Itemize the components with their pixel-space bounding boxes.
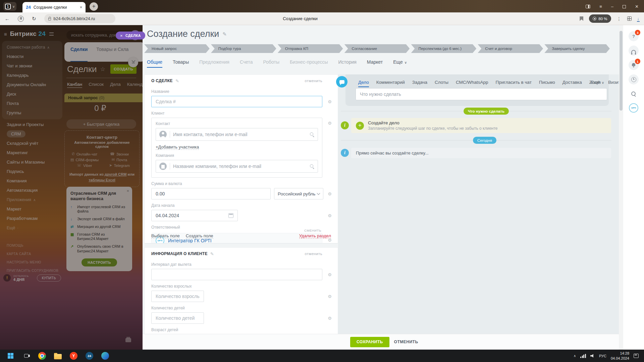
pipeline-stage[interactable]: Согласование bbox=[344, 44, 410, 53]
select-field-link[interactable]: Выбрать поле bbox=[151, 233, 180, 239]
download-icon[interactable]: ↓ bbox=[637, 17, 640, 20]
timeline-tab[interactable]: Пригласить в чат bbox=[496, 80, 532, 85]
deal-tab[interactable]: Счета bbox=[240, 59, 253, 65]
tab-close-icon[interactable]: × bbox=[80, 5, 83, 10]
taskbar-clock[interactable]: 14:28 04.04.2024 bbox=[611, 351, 629, 361]
notifications-icon[interactable] bbox=[634, 354, 639, 358]
amount-input[interactable] bbox=[151, 188, 271, 199]
task-view-icon[interactable] bbox=[22, 351, 31, 360]
pipeline-stage[interactable]: Перспектива (до 6 мес.) bbox=[411, 44, 476, 53]
kebab-menu-icon[interactable]: ⋮ bbox=[617, 16, 622, 21]
yandex-icon[interactable]: Я bbox=[18, 16, 24, 22]
search-icon[interactable] bbox=[629, 89, 639, 99]
adults-count-input[interactable] bbox=[151, 291, 204, 302]
children-count-input[interactable] bbox=[151, 312, 204, 324]
save-button[interactable]: СОХРАНИТЬ bbox=[350, 337, 389, 347]
language-indicator[interactable]: РУС bbox=[599, 354, 606, 358]
plan-todo-pill[interactable]: Что нужно сделать bbox=[464, 108, 509, 115]
deal-tab[interactable]: Роботы bbox=[263, 59, 279, 65]
deal-tab[interactable]: Товары bbox=[173, 59, 189, 65]
pipeline-stage[interactable]: Подбор тура bbox=[211, 44, 276, 53]
pencil-icon[interactable]: ✎ bbox=[210, 251, 214, 256]
timeline-tab[interactable]: Задача bbox=[412, 80, 427, 85]
timeline-tab[interactable]: Дело bbox=[358, 80, 369, 85]
create-field-link[interactable]: Создать поле bbox=[186, 233, 213, 239]
flight-dates-input[interactable] bbox=[151, 269, 322, 280]
timeline-tab[interactable]: Слоты bbox=[435, 80, 448, 85]
pipeline-stage[interactable]: Завершить сделку bbox=[544, 44, 610, 53]
bitrix24-app-icon[interactable] bbox=[85, 351, 94, 360]
user-avatar[interactable]: OPTI bbox=[629, 103, 638, 113]
file-explorer-icon[interactable] bbox=[53, 351, 62, 360]
deal-name-input[interactable] bbox=[151, 96, 322, 107]
contact-input[interactable] bbox=[173, 132, 307, 137]
responsible-name[interactable]: Интегратор ГК ОРТI bbox=[168, 238, 212, 243]
section-cancel-link[interactable]: отменить bbox=[305, 252, 322, 256]
search-icon[interactable] bbox=[310, 132, 314, 137]
deal-tab[interactable]: Общие bbox=[147, 59, 162, 65]
gear-icon[interactable]: ⚙ bbox=[328, 294, 332, 299]
gear-icon[interactable]: ⚙ bbox=[328, 99, 332, 104]
pipeline-stage[interactable]: Отправка КП bbox=[278, 44, 343, 53]
deal-tab[interactable]: Бизнес-процессы bbox=[290, 59, 328, 65]
gear-icon[interactable]: ⚙ bbox=[328, 272, 332, 277]
add-participant-link[interactable]: +Добавить участника bbox=[156, 144, 199, 150]
deal-tab[interactable]: История bbox=[338, 59, 357, 65]
slider-deal-tag[interactable]: × СДЕЛКА bbox=[116, 32, 145, 40]
maximize-icon[interactable] bbox=[623, 5, 626, 8]
window-close-icon[interactable]: ✕ bbox=[635, 4, 639, 9]
minimize-icon[interactable]: – bbox=[611, 4, 613, 9]
help-icon[interactable]: ?3 bbox=[629, 31, 639, 41]
pipeline-stage[interactable]: Новый запрос bbox=[144, 44, 210, 53]
history-icon[interactable] bbox=[629, 74, 639, 84]
collections-icon[interactable] bbox=[627, 16, 632, 21]
scrollbar[interactable] bbox=[619, 25, 623, 350]
pipeline-stage[interactable]: Счет и договор bbox=[478, 44, 543, 53]
gear-icon[interactable]: ⚙ bbox=[328, 191, 332, 196]
refresh-icon[interactable]: ↻ bbox=[32, 16, 36, 22]
tab-group-button[interactable]: 1 ∨ bbox=[3, 2, 16, 11]
menu-icon[interactable]: ≡ bbox=[599, 4, 602, 9]
company-input[interactable] bbox=[173, 164, 307, 169]
gear-icon[interactable]: ⚙ bbox=[328, 316, 332, 321]
start-date-input[interactable] bbox=[156, 213, 228, 218]
zoom-badge[interactable]: 80 % bbox=[589, 14, 611, 23]
currency-select[interactable]: Российский рубль bbox=[274, 188, 323, 199]
bookmark-icon[interactable] bbox=[580, 16, 583, 21]
cancel-button[interactable]: ОТМЕНИТЬ bbox=[394, 340, 418, 344]
bell-icon[interactable]: 1 bbox=[629, 60, 639, 70]
browser-tab[interactable]: 24 Создание сделки × bbox=[22, 2, 86, 12]
calendar-icon[interactable] bbox=[228, 213, 233, 218]
deal-tab[interactable]: Еще bbox=[393, 59, 407, 65]
network-icon[interactable] bbox=[580, 354, 586, 358]
deal-tab[interactable]: Маркет bbox=[367, 59, 383, 65]
address-bar[interactable]: b24-6c9s16.bitrix24.ru bbox=[44, 14, 115, 23]
delete-section-link[interactable]: Удалить раздел bbox=[299, 233, 331, 239]
search-icon[interactable] bbox=[310, 164, 314, 169]
side-panel-icon[interactable] bbox=[586, 5, 590, 8]
new-tab-button[interactable]: + bbox=[90, 2, 98, 11]
start-button[interactable] bbox=[6, 351, 15, 360]
plus-icon[interactable]: + bbox=[356, 122, 364, 130]
todo-input[interactable] bbox=[356, 88, 607, 100]
timeline-more-tab[interactable]: Ещё bbox=[591, 80, 604, 85]
scrollbar-thumb[interactable] bbox=[620, 31, 623, 111]
edge-browser-icon[interactable] bbox=[101, 351, 110, 360]
yandex-browser-icon[interactable] bbox=[69, 351, 78, 360]
volume-icon[interactable] bbox=[590, 354, 595, 358]
change-responsible-link[interactable]: СМЕНИТЬ bbox=[304, 229, 321, 232]
section-cancel-link[interactable]: отменить bbox=[305, 79, 322, 83]
tray-chevron-icon[interactable]: ∧ bbox=[574, 354, 576, 358]
pencil-icon[interactable]: ✎ bbox=[222, 31, 227, 37]
back-icon[interactable]: ← bbox=[5, 16, 10, 21]
timeline-tab[interactable]: Комментарий bbox=[376, 80, 405, 85]
gear-icon[interactable]: ⚙ bbox=[328, 213, 332, 218]
close-icon[interactable]: × bbox=[120, 33, 123, 38]
pencil-icon[interactable]: ✎ bbox=[175, 78, 179, 83]
timeline-tab[interactable]: СМС/WhatsApp bbox=[456, 80, 488, 85]
gear-icon[interactable]: ⚙ bbox=[328, 121, 332, 126]
deal-tab[interactable]: Предложения bbox=[199, 59, 229, 65]
chrome-icon[interactable] bbox=[38, 351, 47, 360]
support-icon[interactable] bbox=[629, 46, 639, 56]
timeline-tab[interactable]: Письмо bbox=[539, 80, 555, 85]
